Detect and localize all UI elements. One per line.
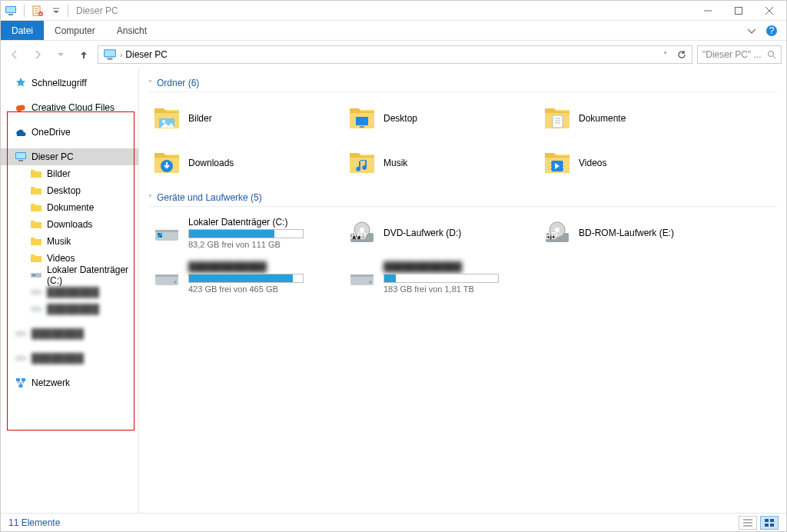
address-dropdown-icon[interactable]: ˅ — [658, 51, 672, 59]
status-text: 11 Elemente — [8, 517, 60, 528]
svg-rect-35 — [553, 115, 563, 128]
drive-tile[interactable]: ████████████423 GB frei von 465 GB — [148, 256, 340, 299]
folder-icon — [543, 105, 571, 132]
breadcrumb-this-pc[interactable]: Dieser PC — [122, 49, 171, 60]
svg-rect-25 — [31, 307, 42, 311]
svg-rect-60 — [770, 519, 774, 522]
folder-icon — [348, 105, 376, 132]
label: Downloads — [188, 158, 336, 168]
properties-icon[interactable] — [29, 2, 46, 19]
svg-rect-2 — [8, 14, 13, 15]
folder-videos[interactable]: Videos — [539, 141, 731, 185]
folders-grid: BilderDesktopDokumenteDownloadsMusikVide… — [148, 97, 777, 185]
tree-item-hidden[interactable]: ████████ — [1, 350, 138, 367]
search-placeholder: "Dieser PC" ... — [702, 49, 764, 60]
label: BD-ROM-Laufwerk (E:) — [579, 228, 726, 238]
tab-file[interactable]: Datei — [1, 21, 44, 40]
close-button[interactable] — [754, 1, 785, 21]
minimize-button[interactable] — [692, 1, 723, 21]
drives-grid: Lokaler Datenträger (C:)83,2 GB frei von… — [148, 211, 777, 299]
label: ████████ — [32, 328, 84, 339]
tree-documents[interactable]: Dokumente — [1, 199, 138, 216]
tree-network[interactable]: Netzwerk — [1, 374, 138, 391]
folder-icon — [543, 149, 571, 177]
drive-tile[interactable]: ████████████183 GB frei von 1,81 TB — [344, 256, 536, 299]
view-details-button[interactable] — [739, 516, 757, 530]
label: Dokumente — [47, 202, 94, 213]
svg-text:DVD: DVD — [348, 231, 367, 241]
tab-view[interactable]: Ansicht — [106, 21, 158, 40]
label: Musik — [384, 158, 531, 168]
disk-icon — [15, 352, 27, 364]
tree-local-disk-c[interactable]: Lokaler Datenträger (C:) — [1, 267, 138, 284]
disk-icon — [30, 303, 42, 315]
address-bar[interactable]: › Dieser PC ˅ — [98, 45, 692, 64]
folder-icon — [153, 149, 181, 177]
folder-icon — [30, 185, 42, 197]
free-text: 83,2 GB frei von 111 GB — [188, 240, 336, 249]
label: Desktop — [47, 185, 81, 196]
tree-downloads[interactable]: Downloads — [1, 216, 138, 233]
pc-icon[interactable] — [2, 2, 19, 19]
svg-rect-28 — [16, 378, 20, 381]
forward-button[interactable] — [28, 45, 47, 64]
svg-text:?: ? — [769, 25, 775, 36]
svg-rect-13 — [105, 50, 115, 56]
drive-tile[interactable]: Lokaler Datenträger (C:)83,2 GB frei von… — [148, 211, 340, 254]
navigation-pane: Schnellzugriff Creative Cloud Files OneD… — [1, 68, 139, 513]
section-drives[interactable]: ˅ Geräte und Laufwerke (5) — [148, 192, 777, 207]
tree-desktop[interactable]: Desktop — [1, 182, 138, 199]
svg-text:BD: BD — [545, 231, 558, 241]
label: Downloads — [47, 219, 92, 230]
drive-icon — [153, 264, 181, 291]
tree-item-hidden[interactable]: ████████ — [1, 325, 138, 342]
svg-point-15 — [769, 52, 774, 57]
tree-pictures[interactable]: Bilder — [1, 165, 138, 182]
view-tiles-button[interactable] — [760, 516, 779, 530]
tree-onedrive[interactable]: OneDrive — [1, 124, 138, 141]
svg-rect-57 — [350, 274, 374, 277]
pc-icon — [103, 48, 117, 62]
svg-line-16 — [773, 56, 775, 58]
qat-dropdown-icon[interactable] — [48, 2, 65, 19]
maximize-button[interactable] — [723, 1, 754, 21]
drive-tile[interactable]: DVDDVD-Laufwerk (D:) — [344, 211, 536, 254]
search-input[interactable]: "Dieser PC" ... — [697, 45, 782, 64]
window-controls — [692, 1, 785, 21]
svg-rect-59 — [765, 519, 769, 522]
svg-rect-54 — [155, 274, 178, 277]
drive-icon — [153, 219, 181, 247]
tree-drive-hidden[interactable]: ████████ — [1, 284, 138, 301]
network-icon — [15, 377, 27, 389]
up-button[interactable] — [75, 45, 93, 64]
svg-rect-33 — [356, 117, 368, 125]
folder-desktop[interactable]: Desktop — [344, 97, 536, 140]
tree-creative-cloud[interactable]: Creative Cloud Files — [1, 99, 138, 116]
folder-documents[interactable]: Dokumente — [539, 97, 731, 140]
label: Creative Cloud Files — [32, 102, 115, 113]
back-button[interactable] — [5, 45, 24, 64]
tree-quick-access[interactable]: Schnellzugriff — [1, 75, 138, 91]
title-bar: Dieser PC — [1, 1, 786, 21]
folder-music[interactable]: Musik — [344, 141, 536, 185]
label: Netzwerk — [32, 377, 70, 388]
expand-ribbon-icon[interactable] — [742, 21, 762, 40]
folder-pictures[interactable]: Bilder — [148, 97, 340, 140]
tab-computer[interactable]: Computer — [44, 21, 106, 40]
tree-music[interactable]: Musik — [1, 233, 138, 250]
explorer-window: Dieser PC Datei Computer Ansicht ? — [0, 0, 787, 532]
separator — [68, 5, 68, 17]
svg-rect-27 — [15, 356, 26, 361]
label: Musik — [47, 236, 71, 247]
tree-this-pc[interactable]: Dieser PC — [1, 148, 138, 165]
usage-bar — [384, 274, 499, 283]
help-icon[interactable]: ? — [762, 21, 782, 40]
tree-drive-hidden[interactable]: ████████ — [1, 301, 138, 318]
section-folders[interactable]: ˅ Ordner (6) — [148, 78, 777, 92]
folder-icon — [30, 235, 42, 248]
folder-downloads[interactable]: Downloads — [148, 141, 340, 185]
svg-rect-30 — [19, 384, 23, 387]
recent-dropdown-icon[interactable] — [51, 45, 70, 64]
drive-tile[interactable]: BDBD-ROM-Laufwerk (E:) — [539, 211, 731, 254]
refresh-button[interactable] — [673, 46, 690, 63]
